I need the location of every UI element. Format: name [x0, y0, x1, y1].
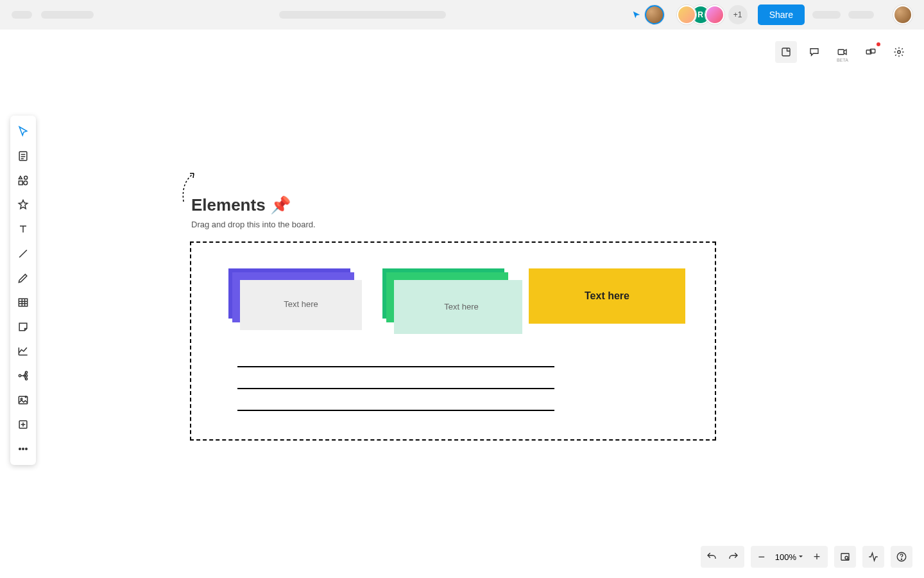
menu-placeholder	[12, 11, 32, 19]
element-line-2[interactable]	[237, 388, 554, 389]
right-placeholder-1	[812, 11, 841, 19]
redo-button[interactable]	[723, 546, 744, 568]
zoom-group: − 100% +	[751, 546, 828, 568]
map-button[interactable]	[834, 546, 856, 568]
collaborator-avatar-1[interactable]	[677, 5, 696, 24]
activity-button[interactable]	[862, 546, 884, 568]
elements-subheading: Drag and drop this into the board.	[191, 220, 316, 229]
collab-cursor-icon	[632, 10, 641, 19]
undo-redo-group	[701, 546, 744, 568]
share-button[interactable]: Share	[758, 4, 805, 25]
element-line-1[interactable]	[237, 366, 554, 367]
right-placeholder-2	[848, 11, 874, 19]
elements-dashed-container[interactable]: Text here Text here Text here	[190, 241, 716, 441]
zoom-value: 100%	[775, 552, 796, 562]
zoom-out-button[interactable]: −	[751, 546, 773, 568]
canvas[interactable]: Elements 📌 Drag and drop this into the b…	[0, 30, 924, 578]
bottom-bar: − 100% +	[701, 546, 912, 568]
elements-heading: Elements 📌	[191, 195, 291, 215]
title-placeholder	[41, 11, 94, 19]
undo-button[interactable]	[701, 546, 723, 568]
element-card-2-label: Text here	[400, 302, 522, 311]
element-card-3-label: Text here	[585, 290, 629, 302]
element-card-1-label: Text here	[240, 299, 362, 309]
element-card-3[interactable]: Text here	[529, 268, 685, 324]
help-button[interactable]	[891, 546, 912, 568]
chevron-down-icon	[798, 554, 803, 559]
element-line-3[interactable]	[237, 410, 554, 411]
current-user-avatar[interactable]	[645, 5, 664, 24]
collaborator-avatar-3[interactable]	[705, 5, 724, 24]
owner-avatar[interactable]	[893, 5, 912, 24]
svg-point-31	[901, 559, 902, 559]
zoom-in-button[interactable]: +	[806, 546, 828, 568]
more-collaborators-badge[interactable]: +1	[728, 5, 748, 24]
zoom-level[interactable]: 100%	[773, 552, 806, 562]
collaborator-avatars[interactable]: R	[677, 5, 724, 24]
center-placeholder	[279, 11, 446, 19]
topbar: R +1 Share	[0, 0, 924, 30]
